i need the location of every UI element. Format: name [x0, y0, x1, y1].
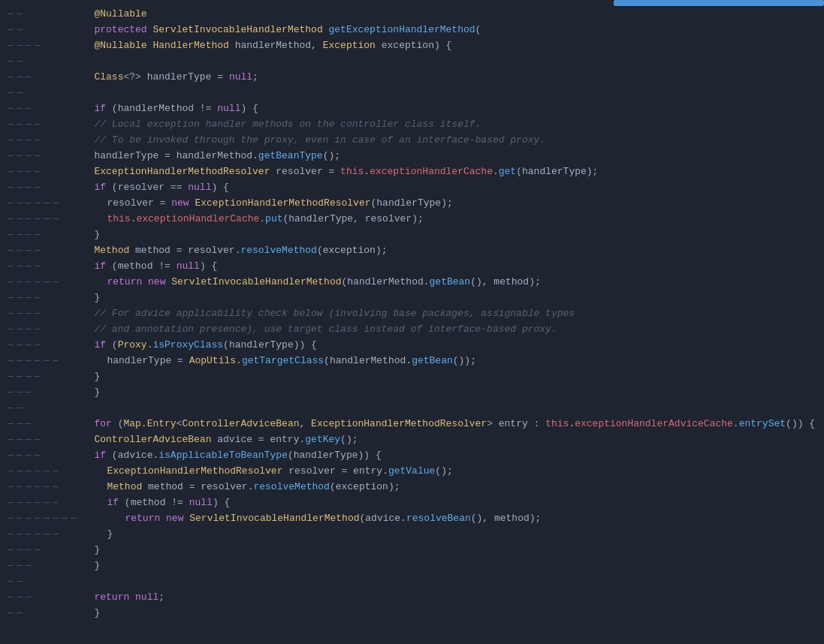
gutter-6: — —	[6, 85, 47, 101]
gutter-26: — —	[6, 400, 47, 416]
gutter-17: — — — —	[6, 258, 47, 274]
scrollbar-top[interactable]	[0, 0, 824, 6]
gutter-12: — — — —	[6, 179, 47, 195]
gutter-20: — — — —	[6, 305, 47, 321]
editor-container: — — @Nullable — — protected ServletInvoc…	[0, 0, 824, 644]
line-content-39: }	[47, 589, 824, 636]
gutter-9: — — — —	[6, 132, 47, 148]
gutter-3: — — — —	[6, 38, 47, 53]
gutter-21: — — — —	[6, 321, 47, 337]
code-line-39: — — }	[0, 605, 824, 621]
gutter-39: — —	[6, 605, 47, 621]
code-area: — — @Nullable — — protected ServletInvoc…	[0, 0, 824, 644]
gutter-38: — — —	[6, 589, 47, 605]
gutter-30: — — — — — —	[6, 463, 60, 479]
gutter-16: — — — —	[6, 242, 47, 258]
gutter-35: — — — —	[6, 542, 47, 558]
code-line-25: — — — }	[0, 384, 824, 400]
gutter-1: — —	[6, 6, 47, 22]
gutter-22: — — — —	[6, 337, 47, 353]
gutter-11: — — — —	[6, 164, 47, 179]
code-line-3: — — — — @Nullable HandlerMethod handlerM…	[0, 38, 824, 53]
gutter-19: — — — —	[6, 290, 47, 305]
gutter-37: — —	[6, 573, 47, 589]
gutter-5: — — —	[6, 69, 47, 85]
gutter-2: — —	[6, 22, 47, 38]
gutter-27: — — —	[6, 416, 47, 432]
gutter-36: — — —	[6, 558, 47, 573]
code-line-36: — — — }	[0, 558, 824, 573]
gutter-13: — — — — — —	[6, 195, 60, 211]
gutter-28: — — — —	[6, 432, 47, 447]
gutter-15: — — — —	[6, 227, 47, 242]
gutter-25: — — —	[6, 384, 47, 400]
gutter-32: — — — — — —	[6, 495, 60, 510]
code-line-5: — — — Class<?> handlerType = null;	[0, 69, 824, 85]
gutter-8: — — — —	[6, 116, 47, 132]
gutter-24: — — — —	[6, 369, 47, 384]
gutter-31: — — — — — —	[6, 479, 60, 495]
gutter-29: — — — —	[6, 447, 47, 463]
scrollbar-thumb[interactable]	[614, 0, 824, 6]
gutter-4: — —	[6, 53, 47, 69]
gutter-10: — — — —	[6, 148, 47, 164]
gutter-7: — — —	[6, 101, 47, 116]
